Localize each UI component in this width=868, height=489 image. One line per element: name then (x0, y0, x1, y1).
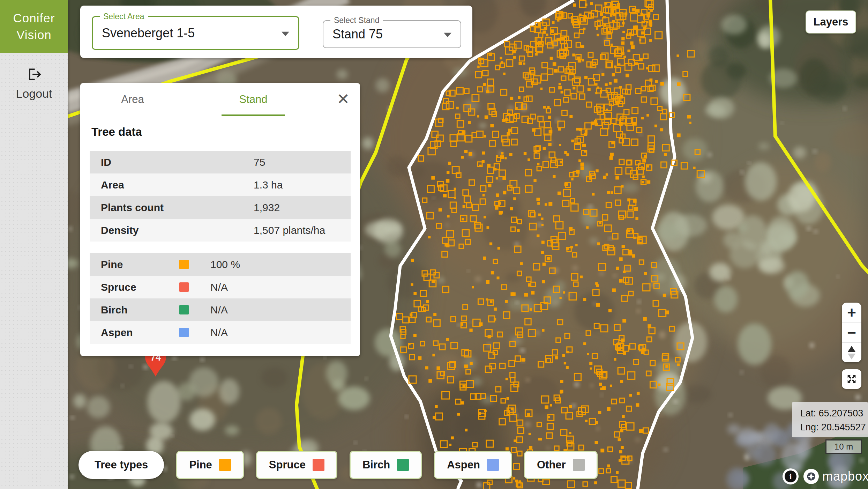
active-tab-indicator (222, 114, 285, 116)
pine-color-swatch (179, 260, 189, 269)
latitude-readout: Lat: 65.207503 (800, 406, 868, 420)
legend-aspen-button[interactable]: Aspen (434, 451, 512, 479)
spruce-color-swatch (313, 459, 324, 471)
fullscreen-icon (846, 373, 858, 385)
table-row: Plants count 1,932 (90, 196, 351, 219)
app-title-line1: Conifer (13, 11, 55, 25)
species-label: Aspen (101, 327, 133, 339)
species-label: Birch (101, 304, 128, 316)
other-color-swatch (573, 459, 585, 471)
stat-label: ID (101, 156, 111, 168)
mapbox-wordmark: mapbox (822, 469, 868, 484)
legend-label: Other (537, 459, 566, 471)
tab-stand[interactable]: Stand (222, 83, 285, 116)
species-share-table: Pine 100 % Spruce N/A Birch N/A Aspen N/… (90, 253, 351, 344)
select-stand-label: Select Stand (330, 16, 383, 25)
stat-value: 1.3 ha (254, 179, 283, 191)
zoom-out-button[interactable]: − (842, 323, 861, 342)
legend-other-button[interactable]: Other (524, 451, 598, 479)
table-row: Area 1.3 ha (90, 173, 351, 196)
sidebar: Conifer Vision Logout (0, 0, 68, 489)
species-value: N/A (210, 281, 228, 293)
species-value: N/A (210, 304, 228, 316)
app-title-line2: Vision (16, 28, 52, 42)
legend-birch-button[interactable]: Birch (350, 451, 422, 479)
legend-pine-button[interactable]: Pine (176, 451, 244, 479)
attribution-info-button[interactable]: i (783, 468, 799, 484)
spruce-color-swatch (179, 282, 189, 292)
stand-info-panel: Area Stand ✕ Tree data ID 75 Area 1.3 ha… (80, 83, 360, 356)
fullscreen-button[interactable] (842, 369, 861, 389)
stand-stats-table: ID 75 Area 1.3 ha Plants count 1,932 Den… (90, 151, 351, 242)
select-area-dropdown[interactable]: Select Area Sveneberget 1-5 (92, 16, 299, 50)
stat-value: 1,507 plants/ha (254, 224, 325, 236)
map-scale-bar: 10 m (825, 439, 862, 454)
species-label: Spruce (101, 281, 136, 293)
close-icon[interactable]: ✕ (337, 91, 350, 107)
aspen-color-swatch (179, 328, 189, 337)
app-logo: Conifer Vision (0, 0, 68, 53)
pitch-down-icon (848, 354, 855, 360)
logout-icon (25, 65, 43, 83)
panel-tabs: Area Stand ✕ (80, 83, 360, 116)
logout-button[interactable]: Logout (0, 65, 68, 101)
chevron-down-icon (282, 31, 289, 36)
tree-types-toggle[interactable]: Tree types (78, 451, 164, 479)
mapbox-logo[interactable]: mapbox (803, 469, 868, 484)
legend-spruce-button[interactable]: Spruce (256, 451, 337, 479)
scale-label: 10 m (835, 442, 853, 452)
select-stand-value: Stand 75 (332, 27, 383, 42)
pitch-toggle-button[interactable] (842, 342, 861, 362)
select-stand-dropdown[interactable]: Select Stand Stand 75 (323, 20, 461, 48)
logout-label: Logout (16, 87, 52, 101)
panel-heading: Tree data (91, 125, 360, 139)
legend-label: Birch (362, 459, 390, 471)
app-window: 74 Conifer Vision Logout Select Area Sve… (0, 0, 868, 489)
stat-value: 75 (254, 156, 265, 168)
birch-color-swatch (397, 459, 409, 471)
legend-label: Aspen (447, 459, 480, 471)
species-label: Pine (101, 259, 123, 271)
info-icon: i (785, 471, 796, 482)
zoom-in-button[interactable]: + (842, 303, 861, 323)
table-row: Density 1,507 plants/ha (90, 219, 351, 242)
stat-value: 1,932 (254, 202, 280, 214)
legend-label: Pine (189, 459, 212, 471)
chevron-down-icon (444, 33, 451, 37)
pine-color-swatch (219, 459, 231, 471)
minus-icon: − (847, 324, 856, 341)
mapbox-pin-icon (803, 469, 819, 484)
stat-label: Area (101, 179, 124, 191)
birch-color-swatch (179, 305, 189, 314)
table-row: Aspen N/A (90, 321, 351, 344)
cursor-coordinates: Lat: 65.207503 Lng: 20.545527 (792, 402, 868, 437)
map-attribution: i mapbox (783, 468, 868, 484)
pitch-up-icon (848, 346, 855, 352)
table-row: ID 75 (90, 151, 351, 173)
tree-type-legend: Tree types Pine Spruce Birch Aspen Other (78, 451, 598, 479)
table-row: Spruce N/A (90, 276, 351, 298)
stat-label: Density (101, 224, 139, 236)
select-area-label: Select Area (100, 12, 148, 21)
species-value: N/A (210, 327, 228, 339)
tab-area[interactable]: Area (103, 83, 162, 116)
stat-label: Plants count (101, 202, 164, 214)
aspen-color-swatch (487, 459, 499, 471)
layers-button-label: Layers (814, 16, 848, 28)
selector-card: Select Area Sveneberget 1-5 Select Stand… (80, 6, 472, 58)
species-value: 100 % (210, 259, 240, 271)
select-area-value: Sveneberget 1-5 (102, 26, 195, 40)
plus-icon: + (847, 304, 856, 321)
legend-label: Spruce (269, 459, 306, 471)
layers-button[interactable]: Layers (806, 10, 856, 34)
map-navigation-controls: + − (842, 303, 861, 362)
table-row: Birch N/A (90, 298, 351, 321)
longitude-readout: Lng: 20.545527 (800, 420, 868, 434)
tree-types-label: Tree types (95, 459, 148, 471)
table-row: Pine 100 % (90, 253, 351, 276)
